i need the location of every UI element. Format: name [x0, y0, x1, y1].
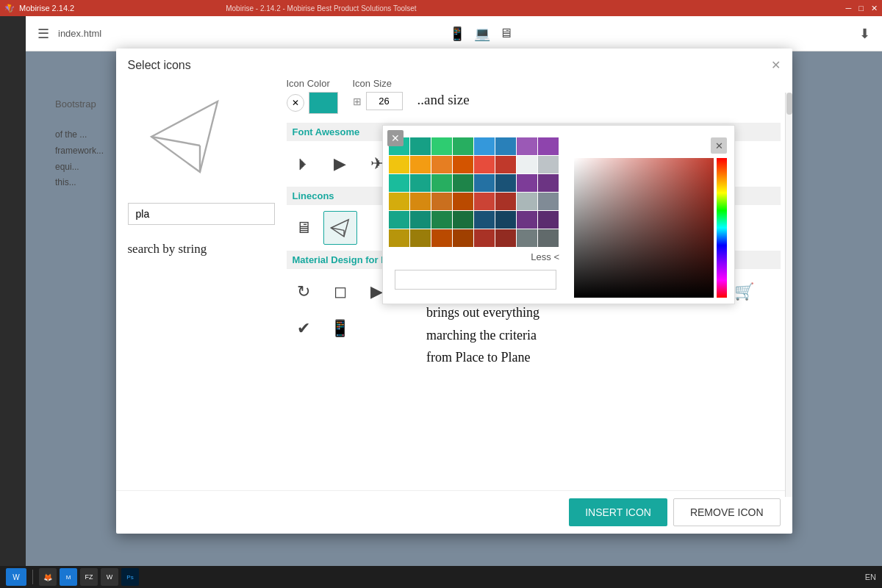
taskbar-word[interactable]: W — [101, 568, 118, 586]
icon-item[interactable]: 🖥 — [287, 211, 320, 245]
icon-item[interactable]: ▶ — [323, 147, 357, 181]
color-swatch-cell[interactable] — [410, 211, 431, 229]
color-close-btn[interactable]: ✕ — [287, 94, 304, 112]
taskbar-mobirise[interactable]: M — [60, 568, 77, 586]
app-icon: 🪁 — [4, 4, 15, 13]
title-bar: 🪁 Mobirise 2.14.2 Mobirise - 2.14.2 - Mo… — [0, 0, 882, 16]
spectrum-bar[interactable] — [717, 158, 727, 298]
color-swatch-cell[interactable] — [538, 211, 559, 229]
color-swatch-cell[interactable] — [538, 193, 559, 210]
insert-icon-button[interactable]: INSERT ICON — [569, 498, 667, 526]
icon-item[interactable]: ✔ — [287, 312, 320, 345]
color-swatch-cell[interactable] — [517, 137, 537, 155]
icon-item[interactable]: 📱 — [323, 312, 357, 345]
bottom-taskbar: W 🦊 M FZ W Ps EN — [0, 566, 882, 588]
color-swatch-cell[interactable] — [431, 193, 452, 210]
color-swatch-cell[interactable] — [517, 156, 537, 173]
color-swatch-cell[interactable] — [410, 137, 431, 155]
language-indicator: EN — [865, 573, 876, 581]
gradient-canvas[interactable] — [574, 158, 714, 298]
color-swatch-cell[interactable] — [389, 174, 409, 192]
color-swatch-cell[interactable] — [453, 174, 473, 192]
color-swatch-cell[interactable] — [474, 156, 495, 173]
gradient-close-btn[interactable]: ✕ — [711, 137, 727, 154]
hex-color-input[interactable] — [395, 270, 556, 290]
color-swatch-cell[interactable] — [495, 193, 516, 210]
color-picker-close-btn[interactable]: ✕ — [387, 130, 404, 146]
title-text: Mobirise - 2.14.2 - Mobirise Best Produc… — [226, 4, 416, 12]
color-swatch-cell[interactable] — [453, 229, 473, 247]
color-swatch-cell[interactable] — [495, 137, 516, 155]
color-swatch-cell[interactable] — [517, 193, 537, 210]
color-swatch-cell[interactable] — [538, 229, 559, 247]
color-swatch-cell[interactable] — [389, 156, 409, 173]
color-swatch-cell[interactable] — [431, 229, 452, 247]
taskbar-firefox[interactable]: 🦊 — [39, 568, 57, 586]
taskbar-photoshop[interactable]: Ps — [121, 568, 139, 586]
search-input[interactable] — [128, 203, 275, 225]
color-swatch-cell[interactable] — [389, 211, 409, 229]
scrollbar-track[interactable] — [785, 93, 792, 497]
color-swatch-cell[interactable] — [474, 137, 495, 155]
color-swatch-cell[interactable] — [495, 211, 516, 229]
maximize-btn[interactable]: □ — [858, 4, 864, 13]
size-label: Icon Size — [353, 78, 403, 89]
color-swatch-cell[interactable] — [538, 174, 559, 192]
color-swatch-cell[interactable] — [474, 211, 495, 229]
color-swatch-cell[interactable] — [495, 174, 516, 192]
left-panel — [0, 16, 26, 588]
color-swatch-cell[interactable] — [389, 229, 409, 247]
color-swatch-cell[interactable] — [410, 156, 431, 173]
color-swatch-cell[interactable] — [431, 211, 452, 229]
plane-icon — [330, 218, 351, 238]
color-swatch-cell[interactable] — [410, 174, 431, 192]
size-annotation: ..and size — [417, 90, 470, 111]
taskbar-start[interactable]: W — [6, 568, 26, 586]
color-swatch-cell[interactable] — [517, 174, 537, 192]
color-swatch-cell[interactable] — [538, 156, 559, 173]
title-bar-left: 🪁 Mobirise 2.14.2 Mobirise - 2.14.2 - Mo… — [4, 4, 417, 13]
search-annotation: search by string — [128, 240, 275, 259]
color-swatch[interactable] — [309, 92, 338, 114]
remove-icon-button[interactable]: REMOVE ICON — [673, 498, 781, 526]
color-picker-content: Less < ✕ — [383, 132, 734, 304]
icon-item[interactable]: ⏵ — [287, 147, 320, 181]
color-swatch-cell[interactable] — [431, 156, 452, 173]
scrollbar-thumb[interactable] — [786, 93, 792, 115]
color-swatch-cell[interactable] — [389, 193, 409, 210]
color-swatch-cell[interactable] — [495, 229, 516, 247]
dialog-title: Select icons — [128, 59, 191, 72]
color-swatch-cell[interactable] — [474, 193, 495, 210]
color-swatch-cell[interactable] — [517, 211, 537, 229]
color-swatch-cell[interactable] — [517, 229, 537, 247]
preview-icon — [143, 93, 231, 181]
dialog-header: Select icons ✕ — [116, 49, 792, 78]
less-button[interactable]: Less < — [389, 247, 562, 267]
taskbar-fz[interactable]: FZ — [80, 568, 98, 586]
color-swatch-cell[interactable] — [453, 211, 473, 229]
color-swatch-cell[interactable] — [431, 137, 452, 155]
color-swatch-cell[interactable] — [453, 137, 473, 155]
color-swatch-cell[interactable] — [453, 156, 473, 173]
color-control-group: Icon Color ✕ — [287, 78, 338, 114]
color-picker-popup: ✕ Less < ✕ — [382, 125, 735, 304]
resize-icon: ⊞ — [353, 96, 362, 107]
color-swatch-cell[interactable] — [474, 229, 495, 247]
dialog-close-btn[interactable]: ✕ — [771, 60, 781, 71]
color-swatch-cell[interactable] — [410, 229, 431, 247]
color-grid-section: Less < — [383, 132, 568, 304]
color-swatch-cell[interactable] — [538, 137, 559, 155]
close-btn[interactable]: ✕ — [871, 4, 878, 13]
color-swatch-cell[interactable] — [474, 174, 495, 192]
color-swatch-cell[interactable] — [431, 174, 452, 192]
icon-item[interactable]: ↻ — [287, 275, 320, 309]
color-swatch-cell[interactable] — [453, 193, 473, 210]
size-input[interactable] — [366, 92, 403, 110]
size-control-group: Icon Size ⊞ — [353, 78, 403, 110]
minimize-btn[interactable]: ─ — [846, 4, 852, 13]
icon-item[interactable]: ◻ — [323, 275, 357, 309]
icon-item-selected[interactable] — [323, 211, 357, 245]
app-name: Mobirise 2.14.2 — [19, 4, 74, 12]
color-swatch-cell[interactable] — [410, 193, 431, 210]
color-swatch-cell[interactable] — [495, 156, 516, 173]
